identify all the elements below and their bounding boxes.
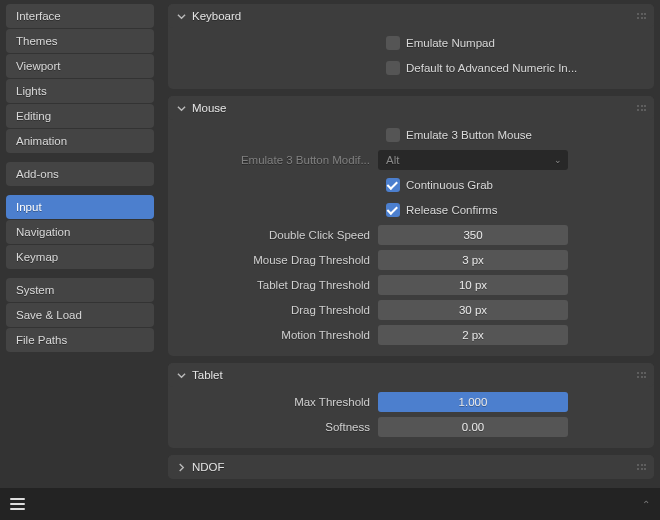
panel-mouse: Mouse Emulate 3 Button Mouse Emulate 3 B… (168, 96, 654, 356)
sidebar-item-viewport[interactable]: Viewport (6, 54, 154, 78)
checkbox-default-advanced-numeric[interactable]: Default to Advanced Numeric In... (178, 57, 644, 79)
checkbox-icon (386, 178, 400, 192)
checkbox-continuous-grab[interactable]: Continuous Grab (178, 174, 644, 196)
grip-icon[interactable] (637, 464, 646, 470)
sidebar-item-save-load[interactable]: Save & Load (6, 303, 154, 327)
panel-header-tablet[interactable]: Tablet (168, 363, 654, 387)
sidebar-item-editing[interactable]: Editing (6, 104, 154, 128)
chevron-right-icon (176, 463, 186, 472)
menu-icon[interactable] (10, 498, 25, 510)
sidebar-item-input[interactable]: Input (6, 195, 154, 219)
input-tablet-drag-threshold[interactable]: 10 px (378, 275, 568, 295)
select-emulate-3-modifier[interactable]: Alt⌄ (378, 150, 568, 170)
footer: ⌃ (0, 488, 660, 520)
panel-header-ndof[interactable]: NDOF (168, 455, 654, 479)
label-drag-threshold: Drag Threshold (178, 304, 378, 316)
sidebar: Interface Themes Viewport Lights Editing… (6, 4, 154, 482)
input-max-threshold[interactable]: 1.000 (378, 392, 568, 412)
sidebar-item-interface[interactable]: Interface (6, 4, 154, 28)
sidebar-item-system[interactable]: System (6, 278, 154, 302)
panel-title: Keyboard (192, 10, 241, 22)
sidebar-item-animation[interactable]: Animation (6, 129, 154, 153)
sidebar-item-file-paths[interactable]: File Paths (6, 328, 154, 352)
chevron-down-icon (176, 104, 186, 113)
input-double-click-speed[interactable]: 350 (378, 225, 568, 245)
checkbox-icon (386, 61, 400, 75)
sidebar-item-addons[interactable]: Add-ons (6, 162, 154, 186)
label-double-click-speed: Double Click Speed (178, 229, 378, 241)
chevron-down-icon (176, 371, 186, 380)
panel-header-keyboard[interactable]: Keyboard (168, 4, 654, 28)
grip-icon[interactable] (637, 372, 646, 378)
label-mouse-drag-threshold: Mouse Drag Threshold (178, 254, 378, 266)
checkbox-icon (386, 36, 400, 50)
chevron-down-icon: ⌄ (554, 155, 562, 165)
sidebar-item-themes[interactable]: Themes (6, 29, 154, 53)
checkbox-emulate-numpad[interactable]: Emulate Numpad (178, 32, 644, 54)
chevron-down-icon (176, 12, 186, 21)
input-mouse-drag-threshold[interactable]: 3 px (378, 250, 568, 270)
panel-keyboard: Keyboard Emulate Numpad Default to Advan… (168, 4, 654, 89)
sidebar-item-lights[interactable]: Lights (6, 79, 154, 103)
panel-header-mouse[interactable]: Mouse (168, 96, 654, 120)
label-softness: Softness (178, 421, 378, 433)
label-motion-threshold: Motion Threshold (178, 329, 378, 341)
sidebar-item-keymap[interactable]: Keymap (6, 245, 154, 269)
checkbox-emulate-3-button[interactable]: Emulate 3 Button Mouse (178, 124, 644, 146)
input-softness[interactable]: 0.00 (378, 417, 568, 437)
panel-ndof: NDOF (168, 455, 654, 479)
checkbox-icon (386, 128, 400, 142)
input-motion-threshold[interactable]: 2 px (378, 325, 568, 345)
label-max-threshold: Max Threshold (178, 396, 378, 408)
panel-title: Tablet (192, 369, 223, 381)
sidebar-item-navigation[interactable]: Navigation (6, 220, 154, 244)
footer-caret-icon[interactable]: ⌃ (642, 499, 650, 510)
panel-title: Mouse (192, 102, 227, 114)
checkbox-release-confirms[interactable]: Release Confirms (178, 199, 644, 221)
label-emulate-3-modifier: Emulate 3 Button Modif... (178, 154, 378, 166)
content: Keyboard Emulate Numpad Default to Advan… (168, 4, 654, 482)
input-drag-threshold[interactable]: 30 px (378, 300, 568, 320)
panel-title: NDOF (192, 461, 225, 473)
panel-tablet: Tablet Max Threshold 1.000 Softness 0.00 (168, 363, 654, 448)
grip-icon[interactable] (637, 105, 646, 111)
label-tablet-drag-threshold: Tablet Drag Threshold (178, 279, 378, 291)
checkbox-icon (386, 203, 400, 217)
grip-icon[interactable] (637, 13, 646, 19)
